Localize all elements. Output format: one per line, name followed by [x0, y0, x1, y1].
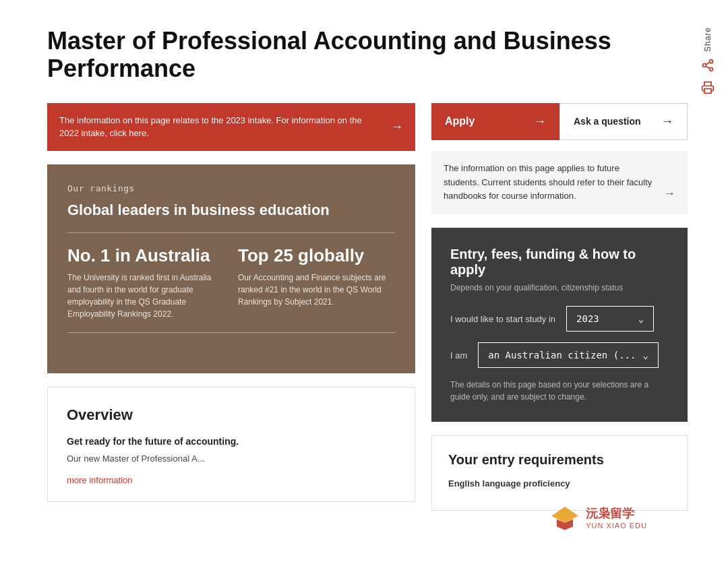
entry-disclaimer: The details on this page based on your s…	[450, 379, 669, 403]
action-buttons: Apply → Ask a question →	[431, 103, 688, 140]
stat1-desc: The University is ranked first in Austra…	[67, 272, 224, 320]
overview-card: Overview Get ready for the future of acc…	[47, 387, 415, 502]
iam-value: an Australian citizen (...	[488, 350, 636, 361]
year-chevron: ⌄	[638, 313, 644, 324]
info-banner-text: The information on this page relates to …	[59, 114, 369, 140]
rankings-stats: No. 1 in Australia The University is ran…	[67, 245, 395, 320]
iam-label: I am	[450, 350, 467, 361]
rankings-label: Our rankings	[67, 183, 395, 193]
rankings-title: Global leaders in business education	[67, 201, 395, 219]
year-value: 2023	[576, 313, 599, 324]
apply-button[interactable]: Apply →	[431, 103, 559, 140]
overview-subtitle: Get ready for the future of accounting.	[67, 436, 396, 447]
citizenship-select[interactable]: an Australian citizen (... ⌄	[478, 342, 659, 368]
apply-arrow: →	[534, 115, 546, 129]
ask-question-button[interactable]: Ask a question →	[559, 103, 688, 140]
svg-point-0	[710, 60, 713, 63]
stat-item-2: Top 25 globally Our Accounting and Finan…	[238, 245, 395, 320]
right-column: Apply → Ask a question → The information…	[431, 103, 688, 511]
svg-marker-7	[557, 520, 573, 530]
svg-point-2	[710, 67, 713, 71]
future-students-notice: The information on this page applies to …	[431, 151, 688, 214]
year-select[interactable]: 2023 ⌄	[566, 306, 654, 332]
page-title: Master of Professional Accounting and Bu…	[47, 27, 654, 83]
stat-item-1: No. 1 in Australia The University is ran…	[67, 245, 224, 320]
overview-text: Our new Master of Professional A...	[67, 453, 396, 464]
apply-label: Apply	[445, 115, 475, 127]
future-notice-text: The information on this page applies to …	[444, 162, 653, 203]
start-study-row: I would like to start study in 2023 ⌄	[450, 306, 669, 332]
svg-line-3	[706, 66, 710, 68]
ask-label: Ask a question	[574, 116, 641, 127]
left-column: The information on this page relates to …	[47, 103, 415, 511]
svg-rect-5	[704, 89, 711, 94]
more-info-link[interactable]: more information	[67, 475, 133, 485]
iam-row: I am an Australian citizen (... ⌄	[450, 342, 669, 368]
future-notice-arrow: →	[663, 184, 675, 203]
overview-title: Overview	[67, 406, 396, 424]
entry-requirements-card: Your entry requirements English language…	[431, 435, 688, 511]
entry-card: Entry, fees, funding & how to apply Depe…	[431, 228, 688, 422]
share-label: Share	[703, 27, 712, 52]
stat2-heading: Top 25 globally	[238, 245, 395, 266]
entry-req-title: Your entry requirements	[448, 452, 671, 468]
ask-arrow: →	[661, 115, 673, 129]
info-banner-arrow: →	[391, 118, 403, 136]
iam-chevron: ⌄	[642, 350, 648, 361]
print-icon[interactable]	[701, 81, 715, 96]
content-grid: The information on this page relates to …	[47, 103, 688, 511]
start-study-field: I would like to start study in 2023 ⌄	[450, 306, 669, 332]
share-icon[interactable]	[701, 59, 715, 74]
info-banner[interactable]: The information on this page relates to …	[47, 103, 415, 151]
english-language-label: English language proficiency	[448, 478, 671, 489]
stat2-desc: Our Accounting and Finance subjects are …	[238, 272, 395, 308]
entry-card-title: Entry, fees, funding & how to apply	[450, 247, 669, 278]
iam-field: I am an Australian citizen (... ⌄	[450, 342, 669, 368]
entry-card-subtitle: Depends on your qualification, citizensh…	[450, 283, 669, 292]
svg-line-4	[706, 62, 710, 64]
start-study-label: I would like to start study in	[450, 314, 555, 324]
svg-point-1	[703, 64, 706, 67]
stat1-heading: No. 1 in Australia	[67, 245, 224, 266]
rankings-card: Our rankings Global leaders in business …	[47, 164, 415, 373]
share-sidebar: Share	[701, 27, 715, 96]
